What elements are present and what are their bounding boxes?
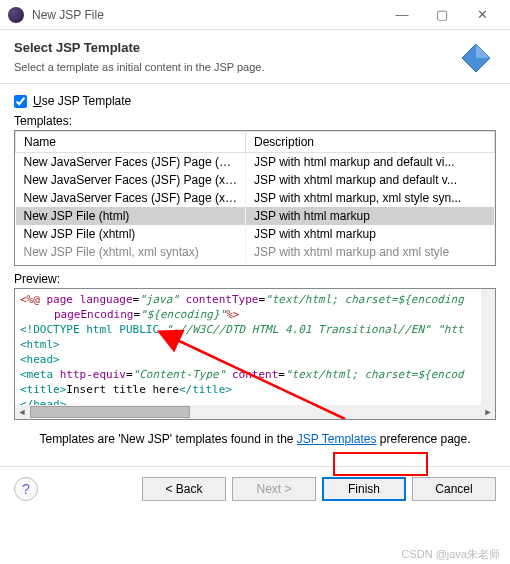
templates-label: Templates: [14,114,496,128]
table-row[interactable]: New JavaServer Faces (JSF) Page (xh...JS… [16,189,495,207]
eclipse-icon [8,7,24,23]
title-bar: New JSP File — ▢ ✕ [0,0,510,30]
maximize-button[interactable]: ▢ [422,1,462,29]
wizard-header: Select JSP Template Select a template as… [0,30,510,84]
use-template-row: Use JSP Template [14,94,496,108]
preview-scrollbar-vertical[interactable] [481,289,495,405]
scroll-thumb[interactable] [30,406,190,418]
back-button[interactable]: < Back [142,477,226,501]
close-button[interactable]: ✕ [462,1,502,29]
button-bar: ? < Back Next > Finish Cancel [0,466,510,511]
next-button[interactable]: Next > [232,477,316,501]
use-template-checkbox[interactable] [14,95,27,108]
templates-table-container: Name Description New JavaServer Faces (J… [14,130,496,266]
scroll-right-icon[interactable]: ► [481,405,495,419]
table-row[interactable]: New JavaServer Faces (JSF) Page (xh...JS… [16,171,495,189]
preview-box: <%@ page language="java" contentType="te… [14,288,496,420]
preview-scrollbar-horizontal[interactable]: ◄ ► [15,405,495,419]
wizard-icon [456,38,496,78]
footer-note: Templates are 'New JSP' templates found … [14,432,496,446]
table-row-selected[interactable]: New JSP File (html)JSP with html markup [16,207,495,225]
preview-label: Preview: [14,272,496,286]
watermark: CSDN @java朱老师 [401,547,500,562]
jsp-templates-link[interactable]: JSP Templates [297,432,377,446]
templates-table[interactable]: Name Description New JavaServer Faces (J… [15,131,495,261]
column-name[interactable]: Name [16,132,246,153]
table-row[interactable]: New JSP File (xhtml, xml syntax)JSP with… [16,243,495,261]
window-title: New JSP File [32,8,382,22]
finish-button[interactable]: Finish [322,477,406,501]
minimize-button[interactable]: — [382,1,422,29]
use-template-label: Use JSP Template [33,94,131,108]
content-area: Use JSP Template Templates: Name Descrip… [0,84,510,466]
table-row[interactable]: New JSP File (xhtml)JSP with xhtml marku… [16,225,495,243]
table-row[interactable]: New JavaServer Faces (JSF) Page (ht...JS… [16,153,495,172]
column-description[interactable]: Description [246,132,495,153]
page-title: Select JSP Template [14,40,496,55]
help-button[interactable]: ? [14,477,38,501]
page-subtitle: Select a template as initial content in … [14,61,496,73]
preview-code: <%@ page language="java" contentType="te… [15,289,495,415]
scroll-left-icon[interactable]: ◄ [15,405,29,419]
cancel-button[interactable]: Cancel [412,477,496,501]
